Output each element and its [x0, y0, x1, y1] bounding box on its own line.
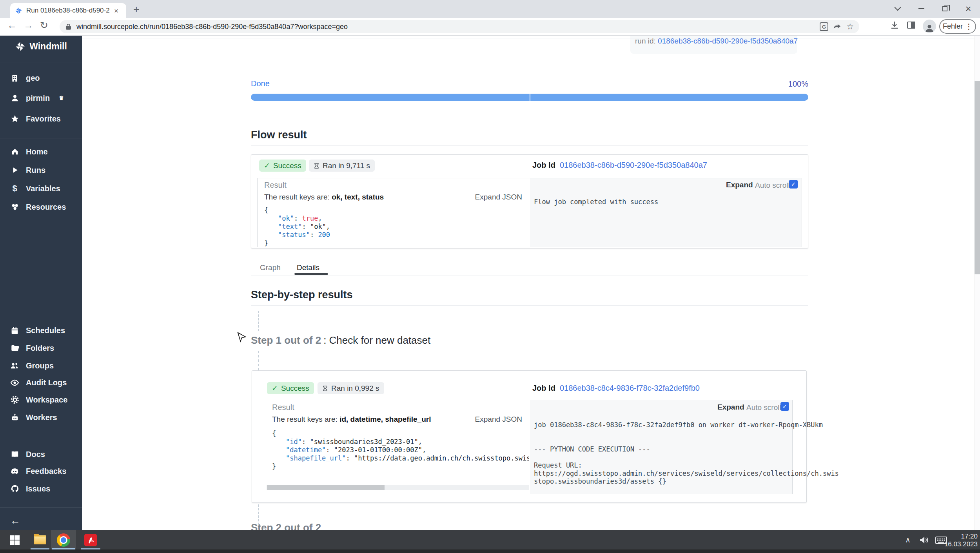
result-label: Result [264, 181, 287, 190]
url-text[interactable]: windmill.sourcepole.ch/run/0186eb38-c86b… [76, 23, 815, 31]
start-button[interactable] [4, 530, 26, 549]
divider [251, 305, 808, 306]
duration-badge-label: Ran in 9,711 s [323, 161, 370, 170]
result-keys-prefix: The result keys are: [264, 193, 332, 201]
sidebar-item-resources[interactable]: Resources [0, 198, 82, 216]
sidebar-item-label: Workers [26, 413, 57, 422]
expand-log-button[interactable]: Expand [726, 181, 753, 189]
step1-status-badge: ✓ Success [267, 382, 314, 394]
robot-icon [10, 413, 19, 422]
sidebar-item-folders[interactable]: Folders [0, 339, 82, 357]
flow-result-heading: Flow result [251, 129, 307, 141]
forward-button[interactable]: → [24, 20, 33, 31]
profile-avatar[interactable] [923, 20, 936, 33]
download-icon[interactable] [890, 20, 899, 31]
tab-graph[interactable]: Graph [260, 263, 281, 272]
check-icon: ✓ [272, 384, 278, 393]
sidebar-item-schedules[interactable]: Schedules [0, 321, 82, 339]
windmill-brand[interactable]: Windmill [0, 41, 82, 52]
taskbar-acrobat[interactable] [80, 530, 101, 549]
job-id-label: Job Id [532, 161, 555, 170]
person-icon [10, 94, 19, 103]
sidebar-item-variables[interactable]: $ Variables [0, 179, 82, 198]
sidebar-item-audit-logs[interactable]: Audit Logs [0, 374, 82, 392]
window-minimize-button[interactable] [913, 2, 930, 16]
autoscroll-checkbox[interactable]: ✓ [780, 402, 789, 411]
sidebar-item-groups[interactable]: Groups [0, 357, 82, 375]
dollar-icon: $ [10, 184, 19, 193]
flow-status-label: Done [251, 79, 270, 88]
flow-job-id-link[interactable]: 0186eb38-c86b-d590-290e-f5d350a840a7 [560, 161, 707, 170]
gear-icon [10, 395, 19, 404]
bookmark-star-icon[interactable]: ☆ [846, 22, 854, 31]
step1-log-text: job 0186eb38-c8c4-9836-f78c-32fa2def9fb0… [534, 421, 789, 486]
translate-icon[interactable]: G [820, 22, 828, 31]
step1-job-id-link[interactable]: 0186eb38-c8c4-9836-f78c-32fa2def9fb0 [560, 384, 700, 393]
sidebar-item-label: geo [26, 74, 40, 83]
sidebar-item-issues[interactable]: Issues [0, 480, 82, 498]
divider [0, 138, 82, 138]
tab-details[interactable]: Details [297, 263, 319, 272]
sidebar-item-label: Favorites [26, 114, 61, 123]
windmill-logo-icon [15, 41, 25, 52]
tab-close-icon[interactable]: × [114, 7, 118, 15]
tab-title: Run 0186eb38-c86b-d590-290e- [26, 7, 110, 15]
expand-log-button[interactable]: Expand [717, 403, 744, 412]
star-icon [10, 114, 19, 123]
step-connector-line [258, 351, 259, 370]
clock-time: 17:20 [938, 533, 978, 540]
sidebar-item-runs[interactable]: Runs [0, 161, 82, 179]
discord-icon [10, 467, 19, 476]
taskbar-file-explorer[interactable] [30, 530, 50, 549]
share-icon[interactable] [833, 22, 842, 31]
result-keys-line: The result keys are: ok, text, status [264, 193, 384, 201]
sidebar-item-user[interactable]: pirmin ♛ [0, 89, 82, 107]
browser-error-menu-button[interactable]: Fehler ⋮ [939, 19, 976, 34]
address-bar[interactable]: windmill.sourcepole.ch/run/0186eb38-c86b… [60, 20, 859, 33]
app-sidebar: Windmill geo pirmin ♛ Favorites Home Run… [0, 36, 82, 530]
sidebar-item-docs[interactable]: Docs [0, 445, 82, 463]
flow-duration-badge: Ran in 9,711 s [309, 160, 375, 172]
window-close-button[interactable]: × [960, 2, 977, 16]
expand-json-button[interactable]: Expand JSON [447, 193, 522, 201]
sidebar-item-label: Feedbacks [26, 467, 66, 476]
sidebar-item-label: Runs [26, 166, 45, 175]
reload-button[interactable]: ↻ [40, 20, 48, 31]
volume-icon[interactable] [916, 530, 932, 549]
progress-step-divider [530, 94, 530, 101]
new-tab-button[interactable]: + [133, 4, 140, 16]
folder-icon [10, 344, 19, 353]
taskbar-clock[interactable]: 17:20 16.03.2023 [938, 533, 978, 548]
sidebar-collapse-button[interactable]: ← [0, 511, 82, 529]
back-button[interactable]: ← [7, 20, 17, 31]
sidebar-item-workspace-settings[interactable]: Workspace [0, 391, 82, 409]
page-scrollbar-thumb[interactable] [975, 81, 980, 274]
sidebar-item-label: Groups [26, 361, 54, 370]
collapse-arrow-icon: ← [10, 515, 20, 527]
side-panel-icon[interactable] [906, 20, 916, 31]
tray-chevron-up-icon[interactable]: ∧ [900, 530, 916, 549]
check-icon: ✓ [791, 181, 796, 188]
sidebar-item-workers[interactable]: Workers [0, 408, 82, 426]
browser-tab[interactable]: Run 0186eb38-c86b-d590-290e- × [10, 3, 126, 18]
window-restore-button[interactable] [936, 2, 953, 16]
sidebar-item-workspace-geo[interactable]: geo [0, 69, 82, 87]
sidebar-item-favorites[interactable]: Favorites [0, 110, 82, 128]
hourglass-icon [314, 162, 319, 169]
sidebar-item-feedbacks[interactable]: Feedbacks [0, 462, 82, 480]
status-badge-label: Success [273, 161, 301, 170]
windows-taskbar [0, 530, 980, 553]
autoscroll-label: Auto scroll [755, 181, 790, 190]
step1-duration-badge: Ran in 0,992 s [318, 382, 384, 394]
app-open-indicator [81, 548, 100, 549]
lock-icon [65, 24, 72, 30]
window-menu-chevron-icon[interactable] [889, 2, 906, 16]
taskbar-chrome[interactable] [51, 530, 76, 549]
sidebar-item-home[interactable]: Home [0, 143, 82, 161]
expand-json-button[interactable]: Expand JSON [447, 415, 522, 424]
flow-result-json: { "ok": true, "text": "ok", "status": 20… [264, 206, 330, 247]
github-icon [10, 484, 19, 493]
resources-icon [10, 203, 19, 212]
horizontal-scrollbar-thumb[interactable] [267, 485, 385, 490]
autoscroll-checkbox[interactable]: ✓ [789, 180, 798, 189]
